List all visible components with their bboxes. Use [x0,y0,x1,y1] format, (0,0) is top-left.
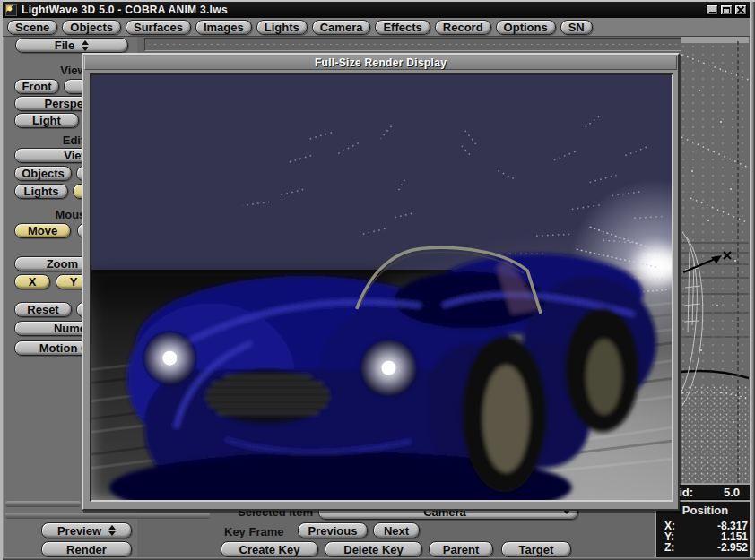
panel-divider [5,501,81,507]
file-popup-label: File [55,39,74,52]
minimize-icon [709,12,716,13]
edit-lights-button[interactable]: Lights [14,184,68,199]
render-image-frame [90,73,673,502]
menu-bar: Scene Objects Surfaces Images Lights Cam… [3,18,750,37]
create-key-button[interactable]: Create Key [221,541,318,557]
render-display-title: Full-Size Render Display [315,56,447,69]
app-window: LightWave 3D 5.0 - COBRA ANIM 3.lws Scen… [0,0,755,560]
render-display-window: Full-Size Render Display [82,53,680,511]
reset-button[interactable]: Reset [14,302,72,317]
z-value: -2.952 [717,542,748,553]
next-key-button[interactable]: Next [373,522,420,538]
menu-images[interactable]: Images [195,20,252,35]
parent-button[interactable]: Parent [429,541,493,557]
minimize-button[interactable] [706,4,718,15]
preview-label: Preview [57,524,101,538]
z-label: Z: [664,542,674,553]
menu-objects[interactable]: Objects [62,20,121,35]
menu-effects[interactable]: Effects [375,20,430,35]
render-button[interactable]: Render [41,541,132,557]
menu-camera[interactable]: Camera [312,20,371,35]
delete-key-button[interactable]: Delete Key [325,541,422,557]
close-icon [737,6,744,13]
popup-arrows-icon [82,40,89,51]
key-frame-label: Key Frame [224,525,283,538]
render-image [91,75,672,500]
previous-key-button[interactable]: Previous [298,522,368,538]
render-display-titlebar[interactable]: Full-Size Render Display [84,56,677,70]
popup-arrows-icon [108,525,116,536]
status-field [144,38,743,51]
menu-options[interactable]: Options [496,20,556,35]
maximize-icon [723,7,730,13]
menu-surfaces[interactable]: Surfaces [126,20,191,35]
grid-value: 5.0 [724,486,740,499]
menu-lights[interactable]: Lights [256,20,308,35]
maximize-button[interactable] [720,4,733,15]
menu-scene[interactable]: Scene [7,20,57,35]
window-frame-right [750,2,755,560]
file-popup-button[interactable]: File [15,38,128,53]
app-icon [5,4,17,16]
title-bar[interactable]: LightWave 3D 5.0 - COBRA ANIM 3.lws [3,2,750,18]
view-light-button[interactable]: Light [14,113,79,128]
view-front-button[interactable]: Front [14,79,59,94]
menu-sn[interactable]: SN [560,20,593,35]
axis-x-button[interactable]: X [14,274,50,289]
mouse-move-button[interactable]: Move [14,223,71,238]
target-button[interactable]: Target [501,541,571,557]
viewport-wireframe [681,37,749,513]
preview-popup-button[interactable]: Preview [41,522,132,538]
window-title: LightWave 3D 5.0 - COBRA ANIM 3.lws [22,4,228,16]
timeline-divider [5,513,210,519]
menu-record[interactable]: Record [435,20,491,35]
close-button[interactable] [734,4,747,15]
edit-objects-button[interactable]: Objects [14,166,72,181]
